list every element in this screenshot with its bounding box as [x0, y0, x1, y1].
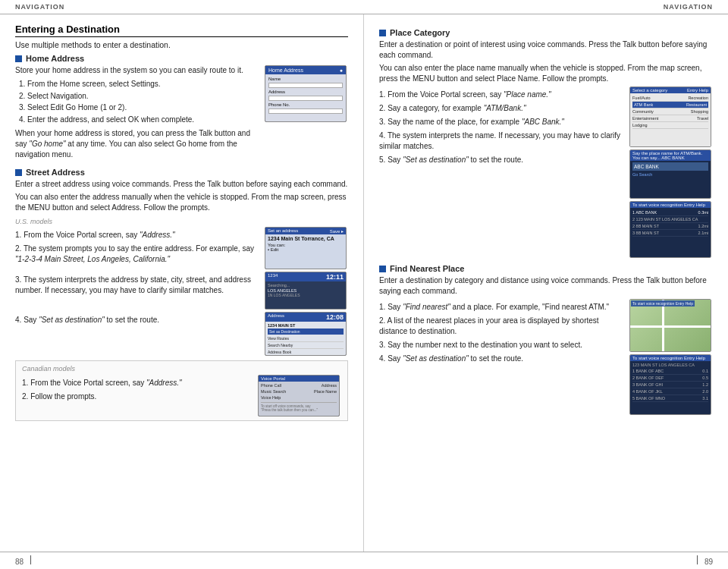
list-item: Enter the address, and select OK when co…	[27, 114, 259, 126]
canadian-step1: 1. From the Voice Portal screen, say "Ad…	[22, 378, 252, 388]
cat-row: Fuel/AutoRecreation	[632, 95, 708, 102]
place-screens-col: Select a category Entry Help Fuel/AutoRe…	[629, 86, 713, 258]
address-menu-col: Address 12:08 1234 MAIN ST Set as Destin…	[265, 312, 348, 356]
us-steps-34: 3. The system interprets the address by …	[15, 272, 348, 310]
cat-row: EntertainmentTravel	[632, 115, 708, 122]
street-address-title: Street Address	[15, 168, 348, 177]
left-nav-label: NAVIGATION	[15, 3, 64, 11]
canadian-screen-body: Phone Call Address Music Search Place Na…	[259, 382, 339, 416]
find-step2: 2. A list of the nearest places in your …	[379, 316, 623, 337]
bank-input-screen: Say the place name for ATM/Bank. You can…	[629, 149, 711, 199]
addr-menu-header: Address 12:08	[265, 313, 346, 322]
screen-header2: 1234 12:11	[265, 272, 346, 281]
us-steps-content: 1. From the Voice Portal screen, say "Ad…	[15, 227, 348, 269]
us-screens-34: 1234 12:11 Searching... LOS ANGELES 1N L…	[265, 272, 348, 310]
find-nearest-content: 1. Say "Find nearest" and a place. For e…	[379, 299, 713, 415]
place-intro: Enter a destination or point of interest…	[379, 39, 713, 61]
find-nearest-screens: To start voice recognition Entry Help To…	[629, 299, 713, 415]
canadian-screen-col: Voice Portal Phone Call Address Music Se…	[258, 375, 341, 417]
canadian-step2: 2. Follow the prompts.	[22, 391, 252, 402]
addr-menu-body: 1234 MAIN ST Set as Destination View Rou…	[265, 322, 346, 356]
street-address-section: Street Address Enter a street address us…	[15, 168, 348, 421]
street-intro2: You can also enter the address manually …	[15, 192, 348, 213]
abc-bank-label: ABC BANK	[632, 162, 708, 171]
us-step4: 4. Say "Set as destination" to set the r…	[15, 315, 259, 325]
blue-square-icon	[15, 55, 22, 62]
vertical-road	[662, 300, 664, 351]
bank-list-header: To start voice recognition Entry Help	[630, 202, 711, 208]
list-item: Select Navigation.	[27, 90, 259, 102]
horizontal-road	[630, 325, 711, 328]
bank-list-body: 1 ABC BANK0.3mi 2 123 MAIN ST LOS ANGELE…	[630, 208, 711, 257]
blue-square-icon4	[379, 266, 386, 272]
us-steps-34-col: 3. The system interprets the address by …	[15, 272, 259, 299]
place-step3: 3. Say the name of the place, for exampl…	[379, 117, 623, 127]
bank-list-screen: To start voice recognition Entry Help 1 …	[629, 201, 711, 258]
find-list-body: 123 MAIN ST LOS ANGELES CA 1 BANK OF ABC…	[630, 361, 711, 414]
place-step1: 1. From the Voice Portal screen, say "Pl…	[379, 90, 623, 100]
home-address-section: Home Address Store your home address in …	[15, 54, 348, 163]
bank-input-header: Say the place name for ATM/Bank. You can…	[630, 150, 711, 161]
place-step5: 5. Say "Set as destination" to set the r…	[379, 155, 623, 165]
find-nearest-title: Find Nearest Place	[379, 264, 713, 273]
right-column: Place Category Enter a destination or po…	[364, 14, 728, 552]
home-step-list: From the Home screen, select Settings. S…	[15, 78, 259, 125]
place-step2: 2. Say a category, for example "ATM/Bank…	[379, 103, 623, 114]
bank-list-row2: 2 123 MAIN ST LOS ANGELES CA	[632, 216, 708, 223]
address-menu-screen: Address 12:08 1234 MAIN ST Set as Destin…	[265, 312, 347, 356]
section-intro: Use multiple methods to enter a destinat…	[15, 40, 348, 49]
main-content: Entering a Destination Use multiple meth…	[0, 14, 728, 552]
page: NAVIGATION NAVIGATION Entering a Destina…	[0, 0, 728, 569]
place-step4: 4. The system interprets the name. If ne…	[379, 130, 623, 152]
find-row3: 3 BANK OF GHI1.2	[632, 382, 708, 388]
canadian-screen: Voice Portal Phone Call Address Music Se…	[258, 375, 340, 417]
us-step1: 1. From the Voice Portal screen, say "Ad…	[15, 230, 259, 240]
find-nearest-intro: Enter a destination by category and dist…	[379, 275, 713, 297]
home-address-content: Store your home address in the system so…	[15, 65, 348, 163]
home-address-title: Home Address	[15, 54, 348, 63]
cat-row: Lodging	[632, 122, 708, 129]
canadian-screen-header: Voice Portal	[259, 376, 339, 382]
cat-screen-body: Fuel/AutoRecreation ATM BankRestaurant C…	[630, 93, 711, 146]
find-step3: 3. Say the number next to the destinatio…	[379, 340, 623, 351]
canadian-label: Canadian models	[22, 365, 341, 373]
bank-list-row4: 3 8B MAIN ST2.1mi	[632, 230, 708, 237]
category-screen: Select a category Entry Help Fuel/AutoRe…	[629, 86, 711, 147]
cat-screen-header: Select a category Entry Help	[630, 87, 711, 93]
bank-input-body: ABC BANK Go Search	[630, 161, 711, 198]
screen-header1: Set an address Save ▸	[265, 228, 346, 234]
find-nearest-list-screen: To start voice recognition Entry Help 12…	[629, 354, 711, 415]
find-step1: 1. Say "Find nearest" and a place. For e…	[379, 302, 623, 313]
find-row5: 5 BANK OF MNO3.1	[632, 395, 708, 402]
home-screen: Home Address ● Name Address Phone No.	[265, 65, 347, 122]
blue-square-icon3	[379, 30, 386, 36]
place-steps-content: 1. From the Voice Portal screen, say "Pl…	[379, 86, 713, 258]
map-background: To start voice recognition Entry Help	[630, 300, 711, 351]
cat-row-selected: ATM BankRestaurant	[632, 102, 708, 108]
page-divider	[30, 555, 31, 564]
canadian-content: 1. From the Voice Portal screen, say "Ad…	[22, 375, 341, 417]
us-step3: 3. The system interprets the address by …	[15, 275, 259, 296]
find-row4: 4 BANK OF JKL2.0	[632, 388, 708, 395]
screen-header: Home Address ●	[265, 66, 346, 74]
street-intro: Enter a street address using voice comma…	[15, 179, 348, 190]
us-models-label: U.S. models	[15, 218, 348, 225]
screen-body: Name Address Phone No.	[265, 74, 346, 121]
cat-row: CommunityShopping	[632, 108, 708, 115]
searching-body: Searching... LOS ANGELES 1N LOS ANGELES	[265, 281, 346, 309]
find-nearest-section: Find Nearest Place Enter a destination b…	[379, 264, 713, 415]
place-intro2: You can also enter the place name manual…	[379, 63, 713, 84]
home-steps-col: Store your home address in the system so…	[15, 65, 259, 163]
us-step2: 2. The system prompts you to say the ent…	[15, 244, 259, 265]
canadian-steps: 1. From the Voice Portal screen, say "Ad…	[22, 375, 252, 405]
map-header-overlay: To start voice recognition Entry Help	[631, 300, 695, 307]
find-nearest-map: To start voice recognition Entry Help	[629, 299, 711, 352]
place-category-section: Place Category Enter a destination or po…	[379, 28, 713, 258]
home-screen-img-col: Home Address ● Name Address Phone No.	[265, 65, 348, 122]
find-row2: 2 BANK OF DEF0.5	[632, 375, 708, 382]
left-column: Entering a Destination Use multiple meth…	[0, 14, 364, 552]
top-bar: NAVIGATION NAVIGATION	[0, 0, 728, 14]
address-screen-body1: 1234 Main St Torrance, CA You can: • Edi…	[265, 234, 346, 269]
us-step4-col: 4. Say "Set as destination" to set the r…	[15, 312, 259, 329]
canadian-section: Canadian models 1. From the Voice Portal…	[15, 360, 348, 421]
